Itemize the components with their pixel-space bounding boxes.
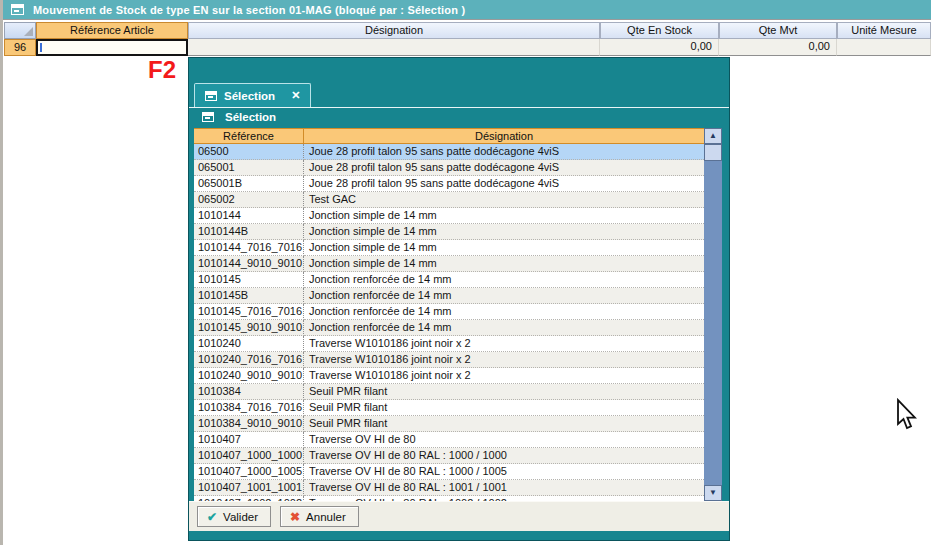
select-all-corner[interactable] <box>4 22 36 39</box>
grid-header-unite-mesure: Unité Mesure <box>837 22 931 39</box>
window-icon <box>11 4 24 15</box>
scroll-down-icon[interactable]: ▼ <box>704 485 722 501</box>
list-row[interactable]: 1010407_1001_1001Traverse OV HI de 80 RA… <box>194 480 704 496</box>
list-row[interactable]: 1010384_7016_7016Seuil PMR filant <box>194 400 704 416</box>
row-designation: Traverse W1010186 joint noir x 2 <box>304 352 704 368</box>
list-rows: 06500Joue 28 profil talon 95 sans patte … <box>194 144 704 501</box>
list-row[interactable]: 1010144BJonction simple de 14 mm <box>194 224 704 240</box>
list-header-designation: Désignation <box>304 128 704 144</box>
row-designation: Traverse OV HI de 80 RAL : 1001 / 1001 <box>304 480 704 496</box>
grid-header-qte-mvt: Qte Mvt <box>719 22 837 39</box>
row-designation: Jonction renforcée de 14 mm <box>304 288 704 304</box>
unite-mesure-cell[interactable] <box>837 39 931 56</box>
list-row[interactable]: 1010240Traverse W1010186 joint noir x 2 <box>194 336 704 352</box>
row-reference: 1010384 <box>194 384 304 400</box>
list-row[interactable]: 1010240_9010_9010Traverse W1010186 joint… <box>194 368 704 384</box>
row-reference: 1010384_9010_9010 <box>194 416 304 432</box>
row-designation: Traverse OV HI de 80 <box>304 432 704 448</box>
row-designation: Seuil PMR filant <box>304 400 704 416</box>
row-reference: 1010384_7016_7016 <box>194 400 304 416</box>
cross-icon: ✖ <box>290 510 300 524</box>
row-designation: Jonction simple de 14 mm <box>304 224 704 240</box>
row-reference: 1010407 <box>194 432 304 448</box>
close-icon[interactable]: ✕ <box>291 89 300 102</box>
list-row[interactable]: 1010407Traverse OV HI de 80 <box>194 432 704 448</box>
row-designation: Jonction renforcée de 14 mm <box>304 304 704 320</box>
qte-en-stock-cell[interactable]: 0,00 <box>600 39 719 56</box>
row-reference: 1010407_1001_1001 <box>194 480 304 496</box>
scrollbar-thumb[interactable] <box>704 144 722 161</box>
row-reference: 06500 <box>194 144 304 160</box>
grid-header-qte-en-stock: Qte En Stock <box>600 22 719 39</box>
popup-section-header: Sélection <box>202 111 276 123</box>
tab-label: Sélection <box>224 90 275 102</box>
title-bar: Mouvement de Stock de type EN sur la sec… <box>3 0 931 19</box>
list-row[interactable]: 065001Joue 28 profil talon 95 sans patte… <box>194 160 704 176</box>
list-row[interactable]: 1010240_7016_7016Traverse W1010186 joint… <box>194 352 704 368</box>
row-reference: 1010240 <box>194 336 304 352</box>
list-row[interactable]: 1010145_9010_9010Jonction renforcée de 1… <box>194 320 704 336</box>
tab-strip-divider <box>189 107 729 108</box>
list-row[interactable]: 1010145BJonction renforcée de 14 mm <box>194 288 704 304</box>
select-all-triangle-icon <box>24 27 33 36</box>
cancel-button-label: Annuler <box>306 511 346 523</box>
row-designation: Traverse W1010186 joint noir x 2 <box>304 368 704 384</box>
row-reference: 065001 <box>194 160 304 176</box>
list-row[interactable]: 065001BJoue 28 profil talon 95 sans patt… <box>194 176 704 192</box>
list-row[interactable]: 1010384_9010_9010Seuil PMR filant <box>194 416 704 432</box>
row-reference: 1010144 <box>194 208 304 224</box>
row-reference: 1010407_1000_1005 <box>194 464 304 480</box>
row-designation: Jonction simple de 14 mm <box>304 256 704 272</box>
row-designation: Joue 28 profil talon 95 sans patte dodéc… <box>304 160 704 176</box>
reference-article-input[interactable] <box>36 39 188 56</box>
popup-button-bar: ✔ Valider ✖ Annuler <box>189 501 729 531</box>
list-row[interactable]: 1010144Jonction simple de 14 mm <box>194 208 704 224</box>
row-designation: Test GAC <box>304 192 704 208</box>
validate-button[interactable]: ✔ Valider <box>197 506 271 527</box>
row-reference: 1010145_7016_7016 <box>194 304 304 320</box>
app-window: Mouvement de Stock de type EN sur la sec… <box>0 0 934 545</box>
row-designation: Traverse OV HI de 80 RAL : 1000 / 1000 <box>304 448 704 464</box>
row-designation: Traverse W1010186 joint noir x 2 <box>304 336 704 352</box>
row-designation: Jonction simple de 14 mm <box>304 240 704 256</box>
row-designation: Joue 28 profil talon 95 sans patte dodéc… <box>304 144 704 160</box>
list-row[interactable]: 1010407_1000_1005Traverse OV HI de 80 RA… <box>194 464 704 480</box>
cancel-button[interactable]: ✖ Annuler <box>280 506 359 527</box>
list-header: Référence Désignation <box>194 128 704 144</box>
list-row[interactable]: 1010384Seuil PMR filant <box>194 384 704 400</box>
list-row[interactable]: 06500Joue 28 profil talon 95 sans patte … <box>194 144 704 160</box>
section-window-icon <box>202 112 214 122</box>
vertical-scrollbar[interactable]: ▲ ▼ <box>704 128 722 501</box>
list-row[interactable]: 1010144_7016_7016Jonction simple de 14 m… <box>194 240 704 256</box>
window-title: Mouvement de Stock de type EN sur la sec… <box>33 4 465 16</box>
row-designation: Jonction renforcée de 14 mm <box>304 320 704 336</box>
row-designation: Traverse OV HI de 80 RAL : 1000 / 1005 <box>304 464 704 480</box>
row-reference: 1010144_7016_7016 <box>194 240 304 256</box>
row-reference: 1010144B <box>194 224 304 240</box>
row-reference: 1010240_9010_9010 <box>194 368 304 384</box>
row-designation: Jonction simple de 14 mm <box>304 208 704 224</box>
row-reference: 065001B <box>194 176 304 192</box>
scroll-up-icon[interactable]: ▲ <box>704 128 722 144</box>
row-reference: 065002 <box>194 192 304 208</box>
list-row[interactable]: 1010407_1000_1000Traverse OV HI de 80 RA… <box>194 448 704 464</box>
tab-selection[interactable]: Sélection ✕ <box>194 83 311 107</box>
list-row[interactable]: 1010145Jonction renforcée de 14 mm <box>194 272 704 288</box>
row-reference: 1010407_1000_1000 <box>194 448 304 464</box>
popup-section-label: Sélection <box>225 111 276 123</box>
row-reference: 1010145 <box>194 272 304 288</box>
title-divider <box>3 19 931 20</box>
article-list: Référence Désignation 06500Joue 28 profi… <box>194 128 722 501</box>
qte-mvt-cell[interactable]: 0,00 <box>719 39 837 56</box>
row-reference: 1010240_7016_7016 <box>194 352 304 368</box>
mouse-cursor-icon <box>893 398 917 432</box>
list-row[interactable]: 1010145_7016_7016Jonction renforcée de 1… <box>194 304 704 320</box>
designation-cell[interactable] <box>188 39 600 56</box>
tab-window-icon <box>205 91 217 101</box>
row-reference: 1010145B <box>194 288 304 304</box>
list-row[interactable]: 065002Test GAC <box>194 192 704 208</box>
row-number: 96 <box>4 39 36 56</box>
list-row[interactable]: 1010144_9010_9010Jonction simple de 14 m… <box>194 256 704 272</box>
window-left-edge <box>0 0 3 545</box>
row-designation: Jonction renforcée de 14 mm <box>304 272 704 288</box>
